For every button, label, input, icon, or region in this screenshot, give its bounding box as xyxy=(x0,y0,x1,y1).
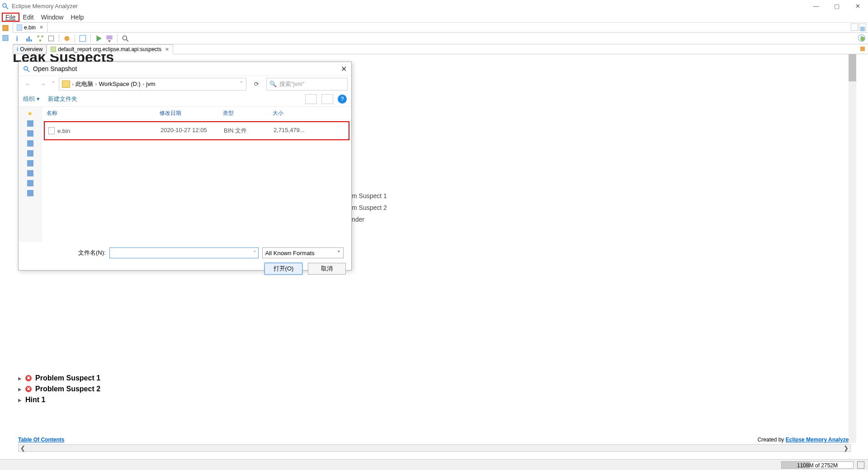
view-mode-button[interactable] xyxy=(305,94,317,104)
new-folder-button[interactable]: 新建文件夹 xyxy=(48,95,77,103)
expand-icon[interactable]: ▶ xyxy=(18,376,22,381)
cancel-button[interactable]: 取消 xyxy=(308,263,346,275)
sidebar-folder-icon[interactable] xyxy=(27,170,33,176)
preview-pane-button[interactable] xyxy=(321,94,333,104)
file-name: e.bin xyxy=(57,128,70,134)
subtab-close-icon[interactable]: ✕ xyxy=(165,47,169,52)
dialog-titlebar: Open Snapshot ✕ xyxy=(19,62,351,76)
refresh-button[interactable]: ⟳ xyxy=(250,81,263,87)
thread-icon[interactable] xyxy=(79,34,87,43)
run-icon[interactable] xyxy=(94,34,103,43)
breadcrumb[interactable]: › 此电脑 › WorkSpace (D:) › jvm ˅ xyxy=(59,78,246,90)
file-date: 2020-10-27 12:05 xyxy=(160,127,224,135)
menu-window[interactable]: Window xyxy=(38,13,67,22)
file-row[interactable]: e.bin 2020-10-27 12:05 BIN 文件 2,715,479.… xyxy=(45,122,349,139)
inspector-icon[interactable] xyxy=(859,35,866,43)
header-name[interactable]: 名称 xyxy=(47,109,160,117)
dialog-close-button[interactable]: ✕ xyxy=(341,65,347,73)
svg-rect-6 xyxy=(26,38,28,42)
menu-edit[interactable]: Edit xyxy=(19,13,38,22)
separator xyxy=(75,34,75,43)
sidebar-folder-icon[interactable] xyxy=(27,140,33,147)
toolbar: i ? xyxy=(13,33,868,44)
scroll-left-icon[interactable]: ❮ xyxy=(19,445,27,451)
title-bar: Eclipse Memory Analyzer xyxy=(0,0,868,12)
info-icon[interactable]: i xyxy=(14,34,23,43)
horizontal-scrollbar[interactable]: ❮ ❯ xyxy=(18,444,851,452)
tree-row-suspect2[interactable]: ▶ ✖ Problem Suspect 2 xyxy=(18,385,100,393)
expand-icon[interactable]: ▶ xyxy=(18,398,22,403)
scroll-right-icon[interactable]: ❯ xyxy=(842,445,850,451)
dialog-search[interactable]: 🔍 搜索"jvm" xyxy=(266,78,348,90)
header-size[interactable]: 大小 xyxy=(273,109,313,117)
error-badge-icon: ✖ xyxy=(25,375,32,381)
organize-dropdown[interactable]: 组织 ▾ xyxy=(23,95,40,103)
editor-tab-ebin[interactable]: e.bin ✕ xyxy=(13,22,47,32)
maximize-button[interactable]: ▢ xyxy=(826,0,847,12)
nav-up-button[interactable]: ˄ xyxy=(52,81,55,87)
sidebar-folder-icon[interactable] xyxy=(27,130,33,137)
scroll-thumb[interactable] xyxy=(849,54,856,81)
sidebar-folder-icon[interactable] xyxy=(27,120,33,127)
created-link[interactable]: Eclipse Memory Analyzer xyxy=(786,437,851,443)
breadcrumb-seg[interactable]: WorkSpace (D:) xyxy=(99,81,141,87)
search-icon[interactable] xyxy=(121,34,129,43)
list-headers: 名称 修改日期 类型 大小 xyxy=(42,107,351,120)
nav-forward-button[interactable]: → xyxy=(37,81,48,87)
content-footer: Table Of Contents Created by Eclipse Mem… xyxy=(18,437,851,443)
tree-icon[interactable] xyxy=(36,34,44,43)
outline-icon[interactable] xyxy=(859,25,866,33)
breadcrumb-seg[interactable]: jvm xyxy=(146,81,155,87)
file-row-highlight: e.bin 2020-10-27 12:05 BIN 文件 2,715,479.… xyxy=(44,121,349,140)
histogram-icon[interactable] xyxy=(25,34,33,43)
filename-input[interactable]: ˅ xyxy=(109,247,259,258)
svg-line-1 xyxy=(6,7,8,9)
menu-help[interactable]: Help xyxy=(67,13,87,22)
dialog-help-icon[interactable]: ? xyxy=(338,95,347,104)
tree-row-hint1[interactable]: ▶ Hint 1 xyxy=(18,396,100,404)
tree-label: Problem Suspect 1 xyxy=(35,374,100,382)
sidebar-folder-icon[interactable] xyxy=(27,190,33,196)
file-type: BIN 文件 xyxy=(224,127,274,135)
header-date[interactable]: 修改日期 xyxy=(160,109,223,117)
filename-label: 文件名(N): xyxy=(78,249,106,257)
sidebar-folder-icon[interactable] xyxy=(27,150,33,157)
svg-rect-7 xyxy=(28,36,30,41)
app-title: Eclipse Memory Analyzer xyxy=(12,3,78,9)
vertical-scrollbar[interactable] xyxy=(849,54,856,443)
tree-label: Problem Suspect 2 xyxy=(35,385,100,393)
breadcrumb-dropdown-icon[interactable]: ˅ xyxy=(240,81,243,87)
nav-back-button[interactable]: ← xyxy=(22,81,33,87)
minimize-button[interactable]: — xyxy=(806,0,826,12)
menu-bar: File Edit Window Help xyxy=(0,12,868,23)
close-button[interactable]: ✕ xyxy=(847,0,868,12)
file-icon xyxy=(17,24,22,31)
svg-rect-20 xyxy=(860,27,865,31)
tab-close-icon[interactable]: ✕ xyxy=(39,24,43,30)
heap-meter[interactable]: 1108M of 2752M xyxy=(781,461,854,469)
background-text: m Suspect 1 m Suspect 2 nder xyxy=(352,190,387,225)
oql-icon[interactable] xyxy=(63,34,71,43)
sidebar-folder-icon[interactable] xyxy=(27,180,33,186)
tree-row-suspect1[interactable]: ▶ ✖ Problem Suspect 1 xyxy=(18,374,100,382)
file-size: 2,715,479... xyxy=(274,127,314,135)
breadcrumb-seg[interactable]: 此电脑 xyxy=(75,80,93,88)
gc-button[interactable] xyxy=(857,461,864,469)
sidebar-folder-icon[interactable] xyxy=(27,160,33,166)
menu-file[interactable]: File xyxy=(2,13,19,22)
open-snapshot-dialog: Open Snapshot ✕ ← → ˄ › 此电脑 › WorkSpace … xyxy=(18,62,352,271)
expand-icon[interactable]: ▶ xyxy=(18,387,22,392)
dominator-icon[interactable] xyxy=(47,34,55,43)
header-type[interactable]: 类型 xyxy=(223,109,273,117)
strip-icon-2[interactable] xyxy=(2,34,9,42)
query-dropdown-icon[interactable] xyxy=(105,34,113,43)
notes-icon[interactable] xyxy=(859,45,866,52)
strip-icon-1[interactable] xyxy=(2,24,9,32)
quick-access-icon[interactable]: ★ xyxy=(27,110,33,117)
open-button[interactable]: 打开(O) xyxy=(264,263,302,275)
suspects-tree: ▶ ✖ Problem Suspect 1 ▶ ✖ Problem Suspec… xyxy=(18,371,100,407)
filetype-filter[interactable]: All Known Formats ˅ xyxy=(262,247,344,258)
subtab-overview[interactable]: i Overview xyxy=(13,44,47,54)
toc-link[interactable]: Table Of Contents xyxy=(18,437,64,443)
subtab-report[interactable]: default_report org.eclipse.mat.api:suspe… xyxy=(47,44,173,54)
